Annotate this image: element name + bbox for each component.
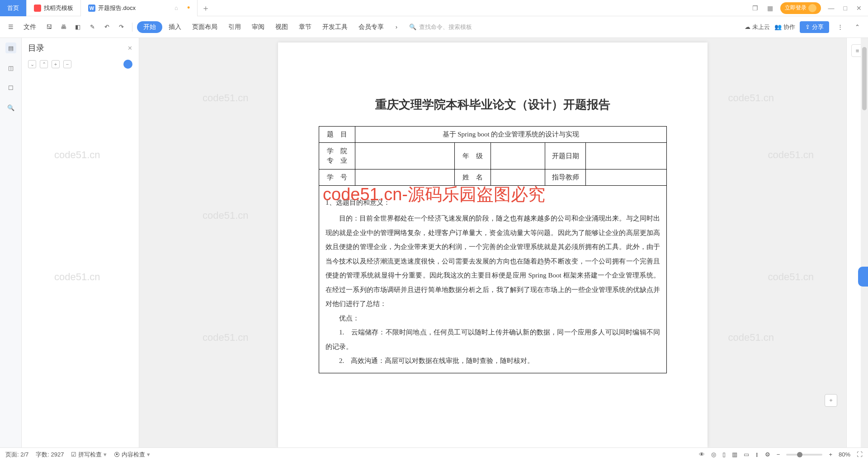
page-indicator[interactable]: 页面: 2/7 (5, 451, 28, 459)
redo-icon[interactable]: ↷ (115, 21, 127, 33)
outline-tools: ⌄ ⌃ + − (22, 58, 139, 71)
collapse-all-icon[interactable]: ⌄ (28, 60, 36, 68)
close-button[interactable]: ✕ (854, 3, 863, 14)
expand-all-icon[interactable]: ⌃ (40, 60, 48, 68)
side-tab[interactable] (858, 267, 868, 287)
document-page: 重庆文理学院本科毕业论文（设计）开题报告 题 目 基于 Spring boot … (278, 42, 708, 447)
print-icon[interactable]: 🖶 (57, 21, 70, 33)
minimize-button[interactable]: — (826, 3, 836, 14)
more-icon[interactable]: ⋮ (834, 21, 846, 33)
view-eye-icon[interactable]: 👁 (699, 451, 705, 458)
section-heading: 1、选题目的和意义： (326, 198, 660, 207)
tab-document[interactable]: W 开题报告.docx ⌂ • (81, 0, 198, 16)
outline-panel-icon[interactable]: ▤ (5, 42, 16, 53)
menu-dev[interactable]: 开发工具 (318, 20, 352, 34)
menu-layout[interactable]: 页面布局 (188, 20, 222, 34)
watermark: code51.cn (203, 92, 249, 104)
new-tab-button[interactable]: ＋ (198, 3, 214, 14)
menu-start[interactable]: 开始 (137, 21, 162, 33)
tab-home[interactable]: 首页 (0, 0, 27, 16)
more-menu-icon[interactable]: › (390, 21, 403, 33)
close-outline-icon[interactable]: ✕ (127, 45, 132, 52)
watermark: code51.cn (203, 210, 249, 221)
layout-icon[interactable]: ❐ (750, 3, 760, 14)
label-advisor: 指导教师 (545, 169, 586, 186)
view-focus-icon[interactable]: ◎ (711, 451, 716, 458)
paragraph-advantages: 优点： (326, 311, 660, 326)
collab-button[interactable]: 👥 协作 (774, 23, 795, 31)
command-search[interactable]: 🔍 查找命令、搜索模板 (409, 23, 472, 31)
zoom-settings-icon[interactable]: ⚙ (765, 451, 770, 458)
unsaved-dot-icon: • (187, 3, 190, 13)
menu-icon[interactable]: ☰ (5, 21, 17, 33)
device-icon: ⌂ (175, 5, 178, 11)
menu-review[interactable]: 审阅 (247, 20, 269, 34)
document-viewport[interactable]: code51.cn code51.cn code51.cn code51.cn … (139, 38, 846, 447)
nav-icon[interactable]: ◫ (5, 62, 16, 73)
label-date: 开题日期 (545, 143, 586, 169)
share-icon: ⇪ (805, 24, 810, 30)
table-row: 学 号 姓 名 指导教师 (319, 169, 667, 186)
bookmark-icon[interactable]: ☐ (5, 82, 16, 93)
label-id: 学 号 (319, 169, 355, 186)
menu-view[interactable]: 视图 (271, 20, 292, 34)
value-topic: 基于 Spring boot 的企业管理系统的设计与实现 (355, 127, 667, 143)
zoom-in-button[interactable]: + (829, 451, 832, 458)
search-icon: 🔍 (409, 24, 416, 30)
menu-ref[interactable]: 引用 (224, 20, 245, 34)
menu-insert[interactable]: 插入 (164, 20, 186, 34)
spellcheck-toggle[interactable]: ☑拼写检查▾ (71, 451, 107, 459)
word-count[interactable]: 字数: 2927 (36, 451, 64, 459)
value-grade (491, 143, 545, 169)
view-page-icon[interactable]: ▯ (722, 451, 726, 458)
zoom-slider[interactable] (786, 454, 822, 456)
label-name: 姓 名 (455, 169, 491, 186)
cloud-status[interactable]: ☁ 未上云 (745, 23, 770, 31)
save-icon[interactable]: 🖫 (42, 21, 55, 33)
page-add-icon[interactable]: + (825, 394, 837, 407)
check-icon: ☑ (71, 451, 76, 458)
value-id (355, 169, 455, 186)
watermark: code51.cn (728, 92, 774, 104)
view-read-icon[interactable]: ⫿ (755, 451, 759, 458)
zoom-level[interactable]: 80% (839, 451, 850, 458)
scroll-thumb[interactable] (862, 47, 867, 110)
fullscreen-icon[interactable]: ⛶ (857, 451, 863, 458)
cloud-icon: ☁ (745, 24, 750, 30)
undo-icon[interactable]: ↶ (100, 21, 113, 33)
search-panel-icon[interactable]: 🔍 (5, 102, 16, 113)
menu-member[interactable]: 会员专享 (354, 20, 388, 34)
view-web-icon[interactable]: ▭ (744, 451, 749, 458)
main-area: ▤ ◫ ☐ 🔍 目录 ✕ ⌄ ⌃ + − code51.cn code51.cn… (0, 38, 868, 447)
share-button[interactable]: ⇪ 分享 (800, 21, 829, 33)
preview-icon[interactable]: ◧ (71, 21, 84, 33)
view-layout-icon[interactable]: ▥ (732, 451, 737, 458)
paragraph: 目的：目前全世界都处在一个经济飞速发展的阶段，随之也有越来越多的公司和企业涌现出… (326, 212, 660, 311)
maximize-button[interactable]: □ (842, 3, 849, 14)
outline-title: 目录 (28, 42, 44, 53)
remove-section-icon[interactable]: − (63, 60, 71, 68)
collapse-ribbon-icon[interactable]: ⌃ (851, 21, 863, 33)
add-section-icon[interactable]: + (52, 60, 60, 68)
label-college: 学 院专 业 (319, 143, 355, 169)
content-check-toggle[interactable]: ⦿内容检查▾ (114, 451, 150, 459)
title-bar: 首页 找稻壳模板 W 开题报告.docx ⌂ • ＋ ❐ ▦ 立即登录 — □ … (0, 0, 868, 16)
file-menu[interactable]: 文件 (19, 20, 41, 34)
table-row: 学 院专 业 年 级 开题日期 (319, 143, 667, 169)
vertical-scrollbar[interactable] (861, 38, 868, 447)
menu-chapter[interactable]: 章节 (294, 20, 316, 34)
sync-indicator-icon[interactable] (123, 60, 132, 69)
login-button[interactable]: 立即登录 (780, 2, 821, 14)
search-small-icon: ⦿ (114, 451, 120, 458)
status-bar: 页面: 2/7 字数: 2927 ☑拼写检查▾ ⦿内容检查▾ 👁 ◎ ▯ ▥ ▭… (0, 447, 868, 461)
search-placeholder: 查找命令、搜索模板 (419, 23, 472, 31)
format-brush-icon[interactable]: ✎ (86, 21, 99, 33)
list-item: 1. 云端储存：不限时间地点，任何员工可以随时上传并确认新的数据，同一个应用多人… (326, 325, 660, 354)
apps-icon[interactable]: ▦ (765, 3, 775, 14)
login-label: 立即登录 (785, 4, 807, 12)
word-icon: W (88, 5, 95, 12)
label-grade: 年 级 (455, 143, 491, 169)
doc-title: 重庆文理学院本科毕业论文（设计）开题报告 (319, 97, 667, 113)
tab-templates[interactable]: 找稻壳模板 (27, 0, 81, 16)
zoom-out-button[interactable]: − (777, 451, 780, 458)
